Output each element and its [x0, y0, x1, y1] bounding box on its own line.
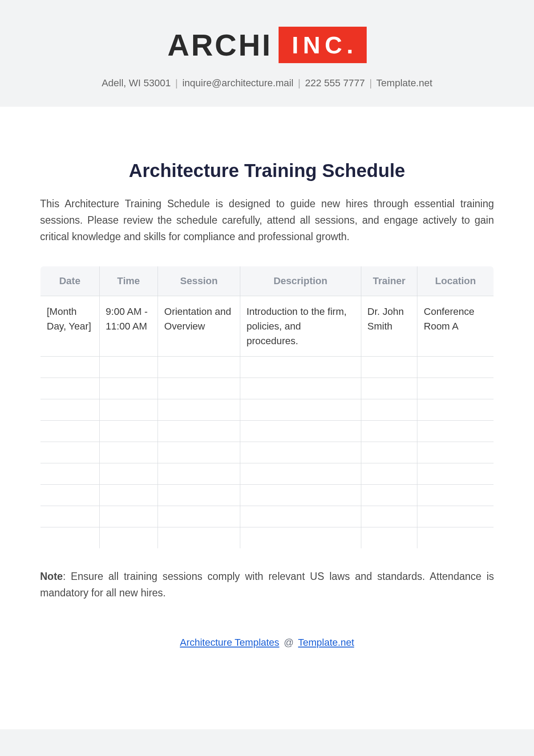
empty-cell: [40, 378, 100, 399]
empty-cell: [361, 399, 417, 421]
document-header: ARCHI INC. Adell, WI 53001 | inquire@arc…: [0, 0, 534, 107]
cell-location: Conference Room A: [417, 296, 494, 357]
note-text: : Ensure all training sessions comply wi…: [40, 571, 494, 599]
empty-cell: [158, 506, 240, 527]
empty-cell: [240, 378, 361, 399]
empty-cell: [417, 421, 494, 442]
empty-cell: [99, 399, 158, 421]
col-trainer: Trainer: [361, 266, 417, 296]
separator: |: [298, 77, 301, 88]
intro-paragraph: This Architecture Training Schedule is d…: [40, 196, 494, 245]
logo-text-inc: INC.: [279, 27, 367, 63]
empty-cell: [361, 485, 417, 506]
table-row: [Month Day, Year]9:00 AM - 11:00 AMOrien…: [40, 296, 494, 357]
table-row: [40, 506, 494, 527]
empty-cell: [240, 506, 361, 527]
empty-cell: [240, 421, 361, 442]
empty-cell: [40, 357, 100, 378]
empty-cell: [417, 463, 494, 485]
contact-site: Template.net: [376, 77, 433, 88]
footer-link-site[interactable]: Template.net: [298, 637, 354, 648]
empty-cell: [99, 463, 158, 485]
empty-cell: [240, 463, 361, 485]
table-row: [40, 399, 494, 421]
contact-email: inquire@architecture.mail: [182, 77, 294, 88]
empty-cell: [417, 357, 494, 378]
table-row: [40, 357, 494, 378]
empty-cell: [158, 399, 240, 421]
empty-cell: [361, 357, 417, 378]
empty-cell: [417, 506, 494, 527]
logo-text-archi: ARCHI: [167, 28, 272, 62]
footer-links: Architecture Templates @ Template.net: [40, 637, 494, 648]
empty-cell: [40, 421, 100, 442]
col-location: Location: [417, 266, 494, 296]
empty-cell: [158, 463, 240, 485]
col-date: Date: [40, 266, 100, 296]
table-row: [40, 463, 494, 485]
empty-cell: [158, 527, 240, 549]
empty-cell: [240, 442, 361, 463]
footer-at: @: [284, 637, 294, 648]
page-title: Architecture Training Schedule: [40, 160, 494, 181]
table-row: [40, 378, 494, 399]
empty-cell: [240, 527, 361, 549]
table-header-row: Date Time Session Description Trainer Lo…: [40, 266, 494, 296]
empty-cell: [158, 421, 240, 442]
cell-description: Introduction to the firm, policies, and …: [240, 296, 361, 357]
empty-cell: [361, 506, 417, 527]
empty-cell: [417, 399, 494, 421]
empty-cell: [99, 378, 158, 399]
empty-cell: [158, 357, 240, 378]
contact-line: Adell, WI 53001 | inquire@architecture.m…: [0, 77, 534, 89]
empty-cell: [158, 442, 240, 463]
table-row: [40, 485, 494, 506]
col-time: Time: [99, 266, 158, 296]
empty-cell: [240, 399, 361, 421]
empty-cell: [158, 378, 240, 399]
cell-trainer: Dr. John Smith: [361, 296, 417, 357]
empty-cell: [40, 399, 100, 421]
cell-date: [Month Day, Year]: [40, 296, 100, 357]
cell-session: Orientation and Overview: [158, 296, 240, 357]
empty-cell: [40, 442, 100, 463]
schedule-table: Date Time Session Description Trainer Lo…: [40, 266, 494, 549]
empty-cell: [40, 463, 100, 485]
empty-cell: [99, 442, 158, 463]
contact-address: Adell, WI 53001: [101, 77, 170, 88]
document-body: Architecture Training Schedule This Arch…: [0, 107, 534, 729]
empty-cell: [361, 421, 417, 442]
separator: |: [175, 77, 178, 88]
empty-cell: [417, 378, 494, 399]
empty-cell: [99, 485, 158, 506]
empty-cell: [158, 485, 240, 506]
empty-cell: [40, 527, 100, 549]
empty-cell: [240, 357, 361, 378]
cell-time: 9:00 AM - 11:00 AM: [99, 296, 158, 357]
empty-cell: [361, 527, 417, 549]
empty-cell: [361, 463, 417, 485]
empty-cell: [99, 506, 158, 527]
empty-cell: [240, 485, 361, 506]
table-row: [40, 442, 494, 463]
footer-link-templates[interactable]: Architecture Templates: [180, 637, 279, 648]
empty-cell: [40, 506, 100, 527]
table-row: [40, 527, 494, 549]
empty-cell: [361, 442, 417, 463]
table-row: [40, 421, 494, 442]
col-description: Description: [240, 266, 361, 296]
empty-cell: [417, 442, 494, 463]
note-label: Note: [40, 571, 63, 582]
empty-cell: [99, 421, 158, 442]
empty-cell: [417, 485, 494, 506]
separator: |: [369, 77, 372, 88]
empty-cell: [99, 527, 158, 549]
empty-cell: [361, 378, 417, 399]
contact-phone: 222 555 7777: [305, 77, 365, 88]
col-session: Session: [158, 266, 240, 296]
note-paragraph: Note: Ensure all training sessions compl…: [40, 568, 494, 601]
empty-cell: [99, 357, 158, 378]
empty-cell: [40, 485, 100, 506]
logo: ARCHI INC.: [167, 27, 366, 63]
empty-cell: [417, 527, 494, 549]
